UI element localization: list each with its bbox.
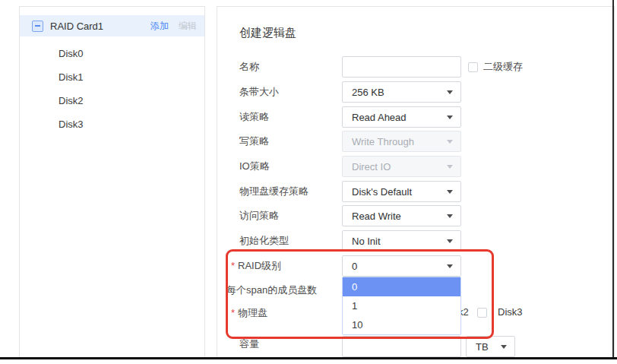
access-policy-label: 访问策略 [239, 205, 279, 226]
raid-card-row[interactable]: RAID Card1 添加 编辑 [20, 15, 204, 36]
raid-level-select[interactable]: 0 [342, 255, 461, 277]
raid-card-label: RAID Card1 [50, 21, 150, 32]
secondary-cache-label: 二级缓存 [483, 60, 523, 74]
disk-cache-policy-value: Disk's Default [352, 186, 412, 198]
raid-level-label-text: RAID级别 [238, 260, 281, 271]
frame-right-border [612, 0, 614, 359]
io-policy-label: IO策略 [239, 156, 270, 177]
chevron-down-icon [447, 214, 453, 218]
init-type-select[interactable]: No Init [342, 230, 461, 252]
disk-cache-policy-select[interactable]: Disk's Default [342, 181, 461, 202]
required-asterisk: * [231, 260, 235, 271]
page-title: 创建逻辑盘 [239, 26, 296, 40]
capacity-unit-value: TB [476, 341, 489, 353]
init-type-value: No Init [352, 236, 381, 247]
create-logical-disk-panel: 创建逻辑盘 名称 二级缓存 条带大小 256 KB 读策略 Read Ahead… [217, 6, 615, 358]
raid-level-option-0[interactable]: 0 [343, 277, 460, 296]
chevron-down-icon [447, 264, 453, 268]
write-policy-select: Write Through [342, 131, 461, 152]
read-policy-label: 读策略 [239, 106, 269, 128]
chevron-down-icon [447, 140, 453, 144]
sidebar-item-disk0[interactable]: Disk0 [20, 43, 204, 65]
chevron-down-icon [501, 345, 507, 349]
sidebar-item-disk2[interactable]: Disk2 [20, 90, 204, 112]
raid-tree-panel: RAID Card1 添加 编辑 Disk0 Disk1 Disk2 Disk3 [19, 6, 205, 358]
sidebar-item-disk1[interactable]: Disk1 [20, 67, 204, 88]
access-policy-value: Read Write [352, 210, 401, 222]
stripe-size-value: 256 KB [352, 87, 384, 98]
frame-bottom-border [0, 357, 617, 359]
sidebar-item-disk3[interactable]: Disk3 [20, 114, 204, 135]
add-link[interactable]: 添加 [150, 20, 169, 33]
raid-level-label: *RAID级别 [231, 255, 281, 277]
write-policy-value: Write Through [352, 136, 414, 147]
capacity-label: 容量 [239, 334, 259, 355]
capacity-input[interactable] [342, 336, 461, 357]
raid-level-option-10[interactable]: 10 [343, 315, 460, 334]
edit-link[interactable]: 编辑 [179, 20, 197, 33]
chevron-down-icon [447, 165, 453, 169]
read-policy-select[interactable]: Read Ahead [342, 106, 461, 128]
stripe-size-select[interactable]: 256 KB [342, 81, 461, 103]
io-policy-select: Direct IO [342, 156, 461, 177]
name-input[interactable] [342, 56, 461, 78]
chevron-down-icon [447, 190, 453, 194]
raid-level-option-1[interactable]: 1 [343, 296, 460, 315]
secondary-cache-checkbox[interactable] [468, 62, 478, 72]
disk3-label[interactable]: Disk3 [498, 306, 523, 318]
disk-cache-policy-label: 物理盘缓存策略 [239, 181, 308, 202]
io-policy-value: Direct IO [352, 161, 391, 173]
access-policy-select[interactable]: Read Write [342, 205, 461, 226]
capacity-unit-select[interactable]: TB [466, 336, 515, 357]
stripe-size-label: 条带大小 [239, 81, 279, 103]
chevron-down-icon [447, 90, 453, 94]
write-policy-label: 写策略 [239, 131, 269, 152]
init-type-label: 初始化类型 [239, 230, 289, 252]
chevron-down-icon [447, 116, 453, 119]
read-policy-value: Read Ahead [352, 112, 407, 123]
secondary-cache-option: 二级缓存 [468, 56, 523, 78]
chevron-down-icon [447, 239, 453, 243]
span-members-label: 每个span的成员盘数 [226, 280, 317, 301]
collapse-minus-icon[interactable] [32, 21, 43, 32]
raid-level-value: 0 [352, 261, 357, 272]
raid-level-dropdown-list: 0 1 10 [342, 277, 461, 335]
name-label: 名称 [239, 56, 259, 78]
disk3-checkbox[interactable] [477, 308, 487, 318]
